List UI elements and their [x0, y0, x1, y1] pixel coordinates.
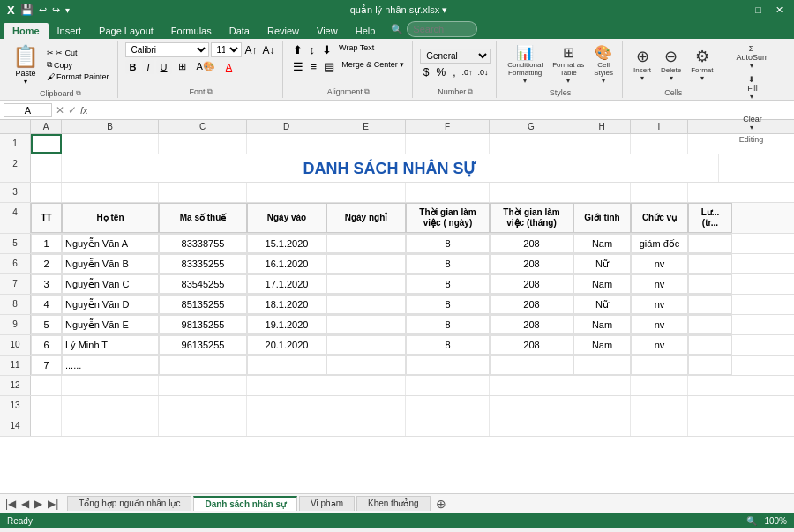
cell[interactable]: [159, 376, 247, 395]
tab-page-layout[interactable]: Page Layout: [90, 23, 162, 39]
cell-tg-ngay[interactable]: [406, 356, 490, 375]
format-as-table-button[interactable]: ⊞ Format asTable ▾: [549, 42, 588, 86]
cell-tt[interactable]: 5: [31, 315, 62, 334]
cell-gioi-tinh[interactable]: Nữ: [573, 254, 631, 273]
wrap-text-icon[interactable]: Wrap Text: [336, 42, 377, 57]
cell-h3[interactable]: [573, 183, 631, 202]
alignment-expand-icon[interactable]: ⧉: [364, 87, 370, 96]
cell-ngay-vao[interactable]: 18.1.2020: [247, 295, 326, 314]
cell[interactable]: [326, 376, 406, 395]
cell-ma-so-thue[interactable]: 96135255: [159, 335, 247, 355]
close-button[interactable]: ✕: [772, 4, 787, 16]
cell-ngay-nghi[interactable]: [326, 234, 406, 253]
cell-ngay-nghi[interactable]: [326, 274, 406, 294]
cell-tt[interactable]: 3: [31, 274, 62, 294]
tab-home[interactable]: Home: [4, 23, 49, 39]
sheet-tab-vipham[interactable]: Vi phạm: [299, 496, 355, 511]
cell-ngay-nghi[interactable]: [326, 295, 406, 314]
header-ho-ten[interactable]: Họ tên: [62, 203, 159, 233]
cell[interactable]: [159, 416, 247, 436]
search-input[interactable]: [407, 21, 477, 37]
tab-help[interactable]: Help: [347, 23, 385, 39]
cell-tt[interactable]: 7: [31, 356, 62, 375]
cell[interactable]: [631, 396, 688, 416]
cell[interactable]: [62, 416, 159, 436]
header-tg-thang[interactable]: Thời gian làm việc (tháng): [490, 203, 573, 233]
cell-ho-ten[interactable]: Lý Minh T: [62, 335, 159, 355]
cell[interactable]: [326, 396, 406, 416]
prev-sheet-icon[interactable]: ◀: [19, 498, 31, 510]
cell-chuc-vu[interactable]: [631, 356, 688, 375]
tab-insert[interactable]: Insert: [49, 23, 91, 39]
save-icon[interactable]: 💾: [20, 4, 34, 16]
col-header-h[interactable]: H: [573, 120, 631, 133]
cell-d1[interactable]: [247, 134, 326, 154]
title-cell[interactable]: DANH SÁCH NHÂN SỰ: [62, 154, 719, 182]
align-middle-icon[interactable]: ↕: [307, 42, 318, 57]
cell[interactable]: [247, 396, 326, 416]
cell[interactable]: [159, 396, 247, 416]
decrease-font-icon[interactable]: A↓: [261, 44, 277, 56]
tab-review[interactable]: Review: [258, 23, 308, 39]
cell[interactable]: [573, 416, 631, 436]
cut-button[interactable]: ✂ ✂ Cut: [44, 48, 112, 58]
cell-ma-so-thue[interactable]: 83335255: [159, 254, 247, 273]
cell[interactable]: [247, 376, 326, 395]
header-chuc-vu[interactable]: Chức vụ: [631, 203, 688, 233]
header-ngay-nghi[interactable]: Ngày nghỉ: [326, 203, 406, 233]
cell-a1[interactable]: [31, 134, 62, 154]
cell-ho-ten[interactable]: Nguyễn Văn B: [62, 254, 159, 273]
cell-chuc-vu[interactable]: nv: [631, 295, 688, 314]
cell-ma-so-thue[interactable]: 98135255: [159, 315, 247, 334]
cell-d3[interactable]: [247, 183, 326, 202]
next-sheet-icon[interactable]: ▶: [33, 498, 44, 510]
align-right-icon[interactable]: ▤: [321, 59, 337, 74]
cell[interactable]: [573, 376, 631, 395]
confirm-formula-icon[interactable]: ✓: [68, 104, 77, 116]
cell-gioi-tinh[interactable]: Nam: [573, 274, 631, 294]
cell[interactable]: [31, 416, 62, 436]
cell-luong[interactable]: [688, 274, 732, 294]
col-header-c[interactable]: C: [159, 120, 247, 133]
fill-color-button[interactable]: A🎨: [192, 59, 220, 74]
cell-luong[interactable]: [688, 315, 732, 334]
accounting-icon[interactable]: $: [421, 65, 432, 79]
cell-f1[interactable]: [406, 134, 490, 154]
undo-icon[interactable]: ↩: [39, 4, 47, 16]
sheet-tab-khenthuong[interactable]: Khen thưởng: [356, 496, 431, 511]
underline-button[interactable]: U: [156, 60, 172, 74]
cell-a3[interactable]: [31, 183, 62, 202]
font-color-button[interactable]: A: [221, 60, 236, 74]
comma-icon[interactable]: ,: [450, 65, 458, 79]
cell-ngay-vao[interactable]: 19.1.2020: [247, 315, 326, 334]
cell-tg-thang[interactable]: 208: [490, 254, 573, 273]
cell[interactable]: [31, 376, 62, 395]
col-header-i[interactable]: I: [631, 120, 688, 133]
number-format-select[interactable]: General: [420, 49, 491, 64]
cell-tg-thang[interactable]: 208: [490, 295, 573, 314]
font-size-select[interactable]: 11: [211, 42, 242, 57]
header-gioi-tinh[interactable]: Giới tính: [573, 203, 631, 233]
cell-ngay-vao[interactable]: [247, 356, 326, 375]
bold-button[interactable]: B: [125, 60, 141, 74]
tab-view[interactable]: View: [308, 23, 347, 39]
cell-ma-so-thue[interactable]: 83338755: [159, 234, 247, 253]
cell-tg-ngay[interactable]: 8: [406, 295, 490, 314]
cell[interactable]: [406, 416, 490, 436]
cell-ngay-nghi[interactable]: [326, 356, 406, 375]
cell-styles-button[interactable]: 🎨 CellStyles ▾: [590, 42, 617, 86]
cell-luong[interactable]: [688, 254, 732, 273]
header-luong[interactable]: Lư...(tr...: [688, 203, 732, 233]
cell-tg-thang[interactable]: 208: [490, 335, 573, 355]
cell-ngay-nghi[interactable]: [326, 315, 406, 334]
cell-tg-thang[interactable]: [490, 356, 573, 375]
cell-ho-ten[interactable]: Nguyễn Văn D: [62, 295, 159, 314]
autosum-button[interactable]: Σ AutoSum ▾: [730, 42, 773, 71]
cell-ma-so-thue[interactable]: [159, 356, 247, 375]
cell-luong[interactable]: [688, 295, 732, 314]
cell[interactable]: [490, 376, 573, 395]
cell[interactable]: [406, 396, 490, 416]
cell-e1[interactable]: [326, 134, 406, 154]
header-tt[interactable]: TT: [31, 203, 62, 233]
header-ngay-vao[interactable]: Ngày vào: [247, 203, 326, 233]
